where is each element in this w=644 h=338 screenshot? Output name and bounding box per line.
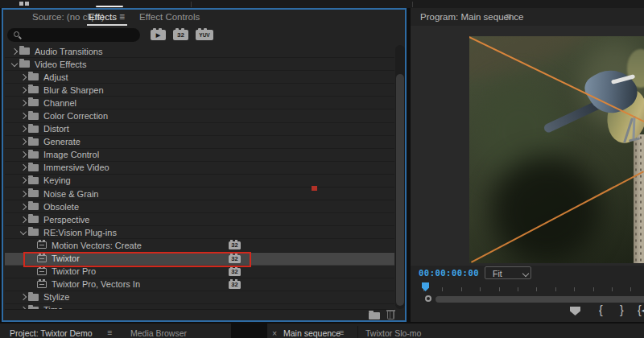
tree-folder-noise-grain[interactable]: Noise & Grain (5, 188, 394, 200)
ruler-tick (555, 287, 556, 291)
zoom-level-dropdown[interactable]: Fit (485, 266, 531, 279)
folder-icon (28, 229, 39, 236)
folder-icon (28, 177, 39, 184)
tree-folder-keying[interactable]: Keying (5, 175, 394, 188)
tab-effects[interactable]: Effects (89, 12, 117, 22)
chevron-right-icon[interactable] (19, 112, 28, 120)
chevron-right-icon[interactable] (19, 203, 28, 211)
accelerated-effects-filter-button[interactable]: ▶ (151, 30, 166, 40)
tab-effect-controls[interactable]: Effect Controls (139, 12, 200, 22)
tree-item-label: Keying (43, 175, 71, 185)
tree-folder-blur-sharpen[interactable]: Blur & Sharpen (5, 84, 394, 97)
tree-item-label: Twixtor Pro (52, 266, 96, 276)
tree-item-label: Channel (43, 98, 76, 108)
chevron-right-icon[interactable] (19, 293, 28, 301)
chevron-right-icon[interactable] (19, 99, 28, 107)
tab-twixtor-slomo[interactable]: Twixtor Slo-mo (365, 328, 421, 338)
effects-panel-toolbar (5, 309, 394, 320)
tree-folder-stylize[interactable]: Stylize (5, 291, 394, 304)
new-custom-bin-icon[interactable] (369, 312, 380, 319)
effects-panel: Source: (no clips) Effects ≡ Effect Cont… (2, 8, 407, 322)
chevron-right-icon[interactable] (10, 47, 19, 56)
tree-item-label: RE:Vision Plug-ins (43, 228, 117, 237)
effects-tree: Audio TransitionsVideo EffectsAdjustBlur… (5, 45, 394, 309)
tree-item-label: Obsolete (43, 202, 79, 212)
zoom-handle-icon[interactable] (425, 295, 431, 302)
tree-item-label: Immersive Video (43, 163, 109, 172)
tree-effect-twixtor-pro[interactable]: Twixtor Pro32 (5, 266, 394, 278)
tree-folder-obsolete[interactable]: Obsolete (5, 200, 394, 213)
tree-folder-perspective[interactable]: Perspective (5, 213, 394, 226)
tree-folder-distort[interactable]: Distort (5, 123, 394, 136)
mark-in-button[interactable]: { (599, 303, 603, 316)
tab-media-browser[interactable]: Media Browser (130, 328, 187, 338)
chevron-right-icon[interactable] (19, 190, 28, 198)
scrollbar-thumb[interactable] (396, 74, 404, 306)
delete-custom-item-icon[interactable] (387, 311, 394, 319)
tree-folder-audio-transitions[interactable]: Audio Transitions (5, 45, 394, 58)
yuv-effects-filter-button[interactable]: YUV (196, 30, 213, 40)
folder-icon (19, 60, 30, 68)
effects-search-input[interactable] (7, 28, 140, 42)
panel-menu-icon[interactable]: ≡ (119, 11, 125, 23)
folder-icon (28, 138, 39, 146)
tab-main-sequence[interactable]: Main sequence (283, 328, 341, 338)
chevron-down-icon[interactable] (19, 229, 28, 237)
tree-folder-channel[interactable]: Channel (5, 97, 394, 109)
chevron-right-icon[interactable] (19, 150, 28, 159)
project-panel-header: Project: Twixtor Demo ≡ Media Browser (0, 324, 231, 338)
folder-icon (28, 99, 39, 106)
program-monitor-panel: Program: Main sequence ≡ (411, 8, 644, 322)
effect-icon (37, 268, 47, 275)
time-ruler[interactable] (411, 282, 644, 293)
active-tab-underline (87, 24, 127, 26)
annotation-red-dot (312, 186, 317, 191)
zoom-scrollbar[interactable] (436, 296, 644, 303)
chevron-right-icon[interactable] (19, 216, 28, 224)
mark-out-button[interactable]: } (620, 303, 624, 316)
tree-effect-motion-vectors-create[interactable]: Motion Vectors: Create32 (5, 239, 394, 252)
tree-item-label: Adjust (43, 72, 68, 82)
search-icon (14, 31, 19, 37)
32-bit-badge-icon: 32 (229, 268, 241, 276)
tree-item-label: Stylize (43, 292, 69, 302)
tree-item-label: Audio Transitions (35, 47, 102, 56)
chevron-down-icon[interactable] (10, 60, 19, 68)
ruler-tick (480, 287, 481, 291)
chevron-right-icon[interactable] (19, 86, 28, 94)
folder-icon (28, 216, 39, 223)
workspace-bar (0, 0, 644, 8)
tree-item-label: Perspective (43, 215, 89, 225)
tree-folder-adjust[interactable]: Adjust (5, 71, 394, 84)
go-to-in-button[interactable]: {◂ (638, 303, 644, 316)
chevron-right-icon[interactable] (19, 138, 28, 146)
tree-folder-re-vision-plug-ins[interactable]: RE:Vision Plug-ins (5, 226, 394, 239)
chevron-right-icon[interactable] (19, 176, 28, 184)
panel-menu-icon[interactable]: ≡ (506, 11, 511, 23)
active-workspace-underline (96, 6, 123, 7)
tree-folder-generate[interactable]: Generate (5, 136, 394, 149)
workspace-separator (412, 2, 413, 7)
chevron-right-icon[interactable] (19, 163, 28, 171)
effects-scrollbar[interactable] (395, 45, 405, 309)
tree-effect-twixtor-pro-vectors-in[interactable]: Twixtor Pro, Vectors In32 (5, 278, 394, 291)
chevron-right-icon[interactable] (19, 73, 28, 81)
tree-folder-video-effects[interactable]: Video Effects (5, 58, 394, 71)
32-bit-badge-icon: 32 (229, 241, 241, 249)
tree-item-label: Generate (43, 137, 80, 146)
add-marker-button[interactable] (570, 307, 580, 315)
32-bit-color-filter-button[interactable]: 32 (173, 30, 188, 40)
folder-icon (19, 47, 30, 55)
tree-folder-image-control[interactable]: Image Control (5, 149, 394, 162)
ruler-tick (630, 287, 631, 291)
panel-menu-icon[interactable]: ≡ (339, 328, 344, 337)
chevron-right-icon[interactable] (19, 125, 28, 133)
tree-item-label: Distort (43, 124, 69, 134)
tree-folder-color-correction[interactable]: Color Correction (5, 109, 394, 122)
playhead-timecode[interactable]: 00:00:00:00 (419, 268, 479, 278)
workspace-separator (191, 2, 192, 7)
panel-menu-icon[interactable]: ≡ (107, 328, 112, 337)
tab-project[interactable]: Project: Twixtor Demo (10, 328, 93, 338)
close-icon[interactable]: × (272, 328, 277, 338)
tree-folder-immersive-video[interactable]: Immersive Video (5, 162, 394, 175)
